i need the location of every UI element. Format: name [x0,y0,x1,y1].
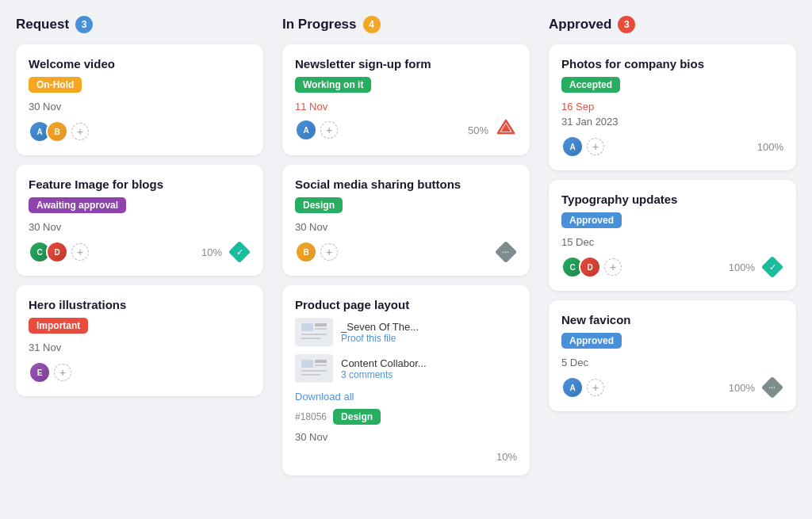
column-badge: 3 [75,16,93,33]
card-date-secondary: 31 Jan 2023 [561,116,783,128]
card-title: Newsletter sign-up form [295,57,517,71]
card-title: New favicon [561,313,783,326]
column-header: In Progress4 [282,16,530,33]
card-right-actions: 100% [757,141,783,153]
file-info: Content Collabor...3 comments [341,357,517,380]
add-assignee-button[interactable]: + [54,364,71,381]
card-date-overdue: 11 Nov [295,101,517,113]
card-inline-tag: Design [333,409,381,425]
add-assignee-button[interactable]: + [71,243,89,261]
card-date: 30 Nov [295,221,517,233]
card-tag: Accepted [561,77,620,93]
card-hero-illustrations: Hero illustrationsImportant31 NovE+ [16,285,263,396]
file-action-link[interactable]: Proof this file [341,333,517,344]
add-assignee-button[interactable]: + [320,121,338,139]
card-tag: Approved [561,212,622,228]
card-feature-image: Feature Image for blogsAwaiting approval… [16,165,263,276]
svg-rect-9 [301,360,313,368]
card-tag: Important [29,318,88,334]
column-title: Approved [549,17,611,32]
card-title: Feature Image for blogs [29,177,251,191]
card-newsletter: Newsletter sign-up formWorking on it11 N… [282,44,530,155]
card-right-actions: 10% [201,241,251,263]
column-title: In Progress [282,17,357,32]
card-date: 15 Dec [561,236,783,248]
download-all-link[interactable]: Download all [295,391,517,403]
card-id: #18056 [295,411,327,422]
column-header: Approved3 [549,16,796,33]
add-assignee-button[interactable]: + [587,379,604,396]
card-right-actions [495,241,517,263]
avatar-group: A+ [561,135,604,158]
column-request: Request3Welcome videoOn-Hold30 NovAB+Fea… [16,16,263,485]
add-assignee-button[interactable]: + [320,243,338,261]
status-icon-approved[interactable] [761,256,783,278]
file-info: _Seven Of The...Proof this file [341,321,517,344]
svg-rect-5 [315,328,327,330]
avatar: A [561,135,584,158]
file-thumbnail [295,354,333,383]
card-title: Welcome video [29,57,251,71]
card-meta-row: #18056Design [295,409,517,425]
card-tag: Design [295,197,343,213]
column-title: Request [16,17,69,32]
card-right-actions: 50% [468,117,517,143]
svg-rect-12 [301,370,327,372]
card-date-overdue: 16 Sep [561,101,783,113]
card-product-page: Product page layout _Seven Of The...Proo… [282,285,530,475]
svg-rect-13 [301,374,320,376]
card-footer: A+100% [561,135,783,158]
column-header: Request3 [16,16,263,33]
status-icon-options[interactable] [495,241,517,263]
avatar: D [46,241,68,263]
card-footer: CD+100% [561,256,783,278]
column-badge: 4 [363,16,381,33]
completion-percent: 50% [468,124,488,136]
card-tag: Working on it [295,77,371,93]
card-right-actions: 100% [729,256,783,278]
card-tag: Awaiting approval [29,197,126,213]
avatar: E [29,361,51,384]
completion-percent: 100% [729,382,755,394]
column-in-progress: In Progress4Newsletter sign-up formWorki… [282,16,530,485]
card-photos-bios: Photos for company biosAccepted16 Sep31 … [549,44,796,170]
svg-rect-11 [315,364,327,366]
card-footer: AB+ [29,120,251,143]
status-icon-options[interactable] [761,376,783,399]
column-approved: Approved3Photos for company biosAccepted… [549,16,796,485]
avatar: D [579,256,601,278]
avatar-group: A+ [561,376,604,399]
avatar-group: B+ [295,241,338,263]
card-title: Social media sharing buttons [295,177,517,191]
card-tag: Approved [561,333,622,349]
add-assignee-button[interactable]: + [587,138,604,155]
card-title: Typography updates [561,193,783,206]
card-footer: A+50% [295,117,517,143]
svg-rect-3 [301,323,313,331]
svg-rect-10 [315,360,327,363]
file-action-link[interactable]: 3 comments [341,369,517,380]
completion-percent: 100% [757,141,783,153]
file-thumbnail [295,318,333,346]
svg-rect-7 [301,338,320,339]
card-footer: CD+10% [29,241,251,263]
card-footer: B+ [295,241,517,263]
card-footer: 10% [295,451,517,463]
completion-percent: 100% [729,261,755,273]
status-icon-approved[interactable] [228,241,251,263]
add-assignee-button[interactable]: + [604,258,622,276]
add-assignee-button[interactable]: + [71,123,89,140]
card-date: 30 Nov [29,101,251,113]
column-badge: 3 [618,16,635,33]
avatar-group: E+ [29,361,71,384]
priority-icon-high [495,117,517,143]
card-title: Photos for company bios [561,57,783,71]
file-name: _Seven Of The... [341,321,517,333]
card-footer: A+100% [561,376,783,399]
avatar: A [561,376,584,399]
card-tag: On-Hold [29,77,82,93]
svg-rect-4 [315,323,327,326]
avatar-group: A+ [295,119,338,141]
svg-rect-6 [301,334,327,335]
card-typography: Typography updatesApproved15 DecCD+100% [549,180,796,291]
